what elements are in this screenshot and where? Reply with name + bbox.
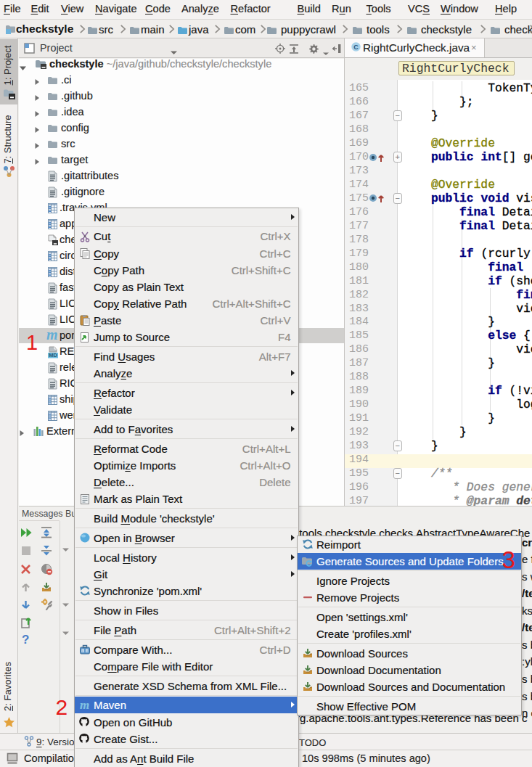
svg-text:C: C [353,44,359,51]
svg-text:MD: MD [49,352,57,358]
